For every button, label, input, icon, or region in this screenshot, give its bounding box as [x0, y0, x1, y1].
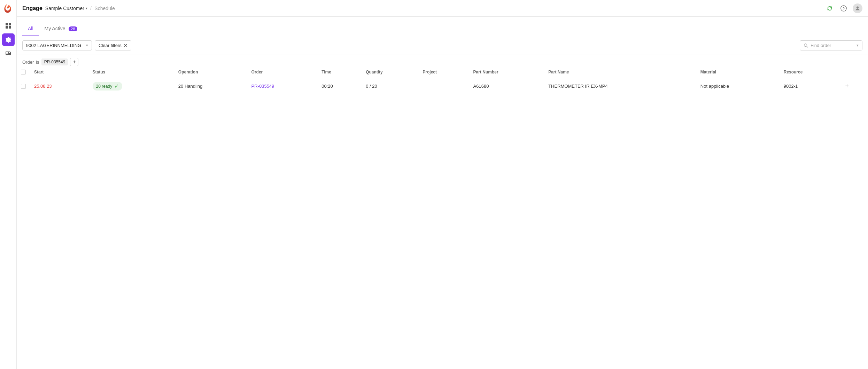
select-all-checkbox[interactable]	[21, 70, 26, 74]
col-start: Start	[30, 66, 88, 78]
order-filter-row: Order is PR-035549 +	[17, 55, 868, 66]
row-checkbox-cell	[17, 78, 30, 94]
col-actions	[841, 66, 868, 78]
add-filter-button[interactable]: +	[70, 58, 78, 66]
status-check-icon: ✓	[114, 83, 119, 89]
col-operation: Operation	[174, 66, 247, 78]
svg-point-7	[857, 6, 859, 8]
status-label: 20 ready	[96, 84, 113, 89]
row-status-badge: 20 ready ✓	[93, 82, 123, 91]
col-quantity: Quantity	[362, 66, 418, 78]
svg-rect-2	[6, 26, 8, 29]
row-part-number-cell: A61680	[469, 78, 544, 94]
left-nav	[0, 0, 17, 369]
row-resource-cell: 9002-1	[780, 78, 841, 94]
col-part-name: Part Name	[544, 66, 696, 78]
row-add-button[interactable]: +	[845, 83, 849, 89]
row-operation-cell: 20 Handling	[174, 78, 247, 94]
row-resource: 9002-1	[784, 84, 798, 89]
main-content: Engage Sample Customer ▾ / Schedule	[17, 0, 868, 369]
app-logo[interactable]	[2, 3, 15, 15]
row-part-number: A61680	[473, 84, 489, 89]
tab-my-active[interactable]: My Active 28	[39, 22, 83, 36]
col-project: Project	[418, 66, 469, 78]
tab-my-active-badge: 28	[69, 26, 77, 31]
breadcrumb-page: Schedule	[94, 6, 115, 11]
svg-line-9	[807, 46, 808, 47]
row-start-cell: 25.08.23	[30, 78, 88, 94]
user-avatar[interactable]	[853, 3, 862, 13]
clear-filters-x-icon: ✕	[124, 43, 127, 48]
row-add-cell: +	[841, 78, 868, 94]
nav-grid-icon[interactable]	[2, 19, 15, 32]
table-container: Start Status Operation Order Time	[17, 66, 868, 369]
tabs-bar: All My Active 28	[17, 17, 868, 36]
row-status-cell: 20 ready ✓	[88, 78, 174, 94]
filter-dropdown-value: 9002 LAGERINNMELDING	[26, 43, 81, 48]
row-part-name-cell: THERMOMETER IR EX-MP4	[544, 78, 696, 94]
tab-my-active-label: My Active	[45, 26, 65, 31]
svg-rect-0	[6, 23, 8, 25]
filter-bar: 9002 LAGERINNMELDING ▾ Clear filters ✕ F…	[17, 36, 868, 55]
row-time: 00:20	[321, 84, 333, 89]
order-filter-label-order: Order	[22, 60, 34, 65]
nav-gear-icon[interactable]	[2, 33, 15, 46]
order-filter-value: PR-035549	[41, 58, 68, 65]
app-title: Engage	[22, 5, 42, 11]
col-time: Time	[317, 66, 362, 78]
top-bar: Engage Sample Customer ▾ / Schedule	[17, 0, 868, 17]
col-part-number: Part Number	[469, 66, 544, 78]
tab-all[interactable]: All	[22, 22, 39, 36]
svg-rect-3	[9, 26, 11, 29]
row-order-link[interactable]: PR-035549	[251, 84, 274, 89]
row-quantity: 0 / 20	[366, 84, 377, 89]
help-button[interactable]: ?	[839, 3, 848, 13]
orders-table: Start Status Operation Order Time	[17, 66, 868, 94]
row-part-name: THERMOMETER IR EX-MP4	[548, 84, 607, 89]
search-icon	[804, 43, 808, 48]
refresh-button[interactable]	[825, 3, 835, 13]
svg-point-8	[804, 44, 807, 46]
row-quantity-cell: 0 / 20	[362, 78, 418, 94]
svg-text:?: ?	[843, 6, 845, 10]
col-material: Material	[696, 66, 780, 78]
search-right: Find order ▾	[800, 40, 862, 50]
customer-selector[interactable]: Sample Customer ▾	[45, 6, 87, 11]
col-resource: Resource	[780, 66, 841, 78]
col-checkbox	[17, 66, 30, 78]
row-project-cell	[418, 78, 469, 94]
order-filter-label-is: is	[36, 60, 39, 65]
find-order-chevron-icon: ▾	[857, 43, 859, 48]
clear-filters-label: Clear filters	[99, 43, 122, 48]
table-header-row: Start Status Operation Order Time	[17, 66, 868, 78]
row-operation: 20 Handling	[178, 84, 202, 89]
row-material-cell: Not applicable	[696, 78, 780, 94]
row-order-cell: PR-035549	[247, 78, 318, 94]
tab-all-label: All	[28, 26, 33, 31]
row-time-cell: 00:20	[317, 78, 362, 94]
svg-rect-1	[9, 23, 11, 25]
top-bar-right: ?	[825, 3, 862, 13]
find-order-placeholder: Find order	[811, 43, 831, 48]
filter-dropdown-chevron-icon: ▾	[86, 43, 88, 48]
customer-name: Sample Customer	[45, 6, 84, 11]
nav-truck-icon[interactable]	[2, 47, 15, 60]
clear-filters-button[interactable]: Clear filters ✕	[95, 40, 131, 50]
row-start-date: 25.08.23	[34, 84, 52, 89]
row-material: Not applicable	[700, 84, 729, 89]
find-order-input[interactable]: Find order ▾	[800, 40, 862, 50]
breadcrumb-separator: /	[90, 5, 92, 11]
col-status: Status	[88, 66, 174, 78]
customer-chevron-icon: ▾	[86, 6, 87, 10]
filter-dropdown[interactable]: 9002 LAGERINNMELDING ▾	[22, 40, 92, 50]
col-order: Order	[247, 66, 318, 78]
row-checkbox[interactable]	[21, 84, 26, 89]
table-row: 25.08.23 20 ready ✓ 20 Handling	[17, 78, 868, 94]
